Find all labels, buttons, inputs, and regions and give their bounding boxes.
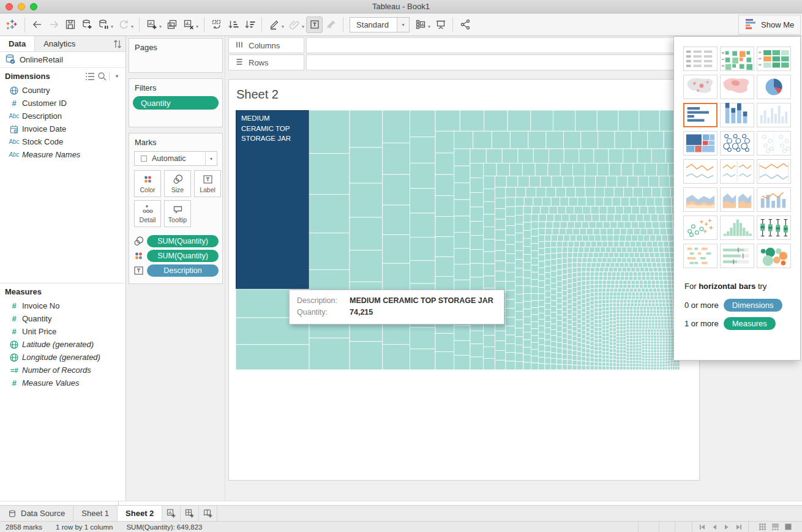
show-me-area-discrete[interactable] [720,187,754,212]
show-me-gantt[interactable] [683,244,718,268]
dimension-measure-names[interactable]: AbcMeasure Names [0,148,126,161]
tab-sheet-1[interactable]: Sheet 1 [73,506,118,521]
filter-pill-quantity[interactable]: Quantity [133,96,219,110]
chevron-down-icon[interactable]: ▾ [302,24,304,29]
back-button[interactable] [29,17,45,33]
marks-pill-sum-quantity-[interactable]: SUM(Quantity) [147,250,219,262]
forward-button[interactable] [45,17,62,33]
show-me-treemap[interactable] [683,131,718,155]
measure-invoice-no[interactable]: #Invoice No [0,299,126,312]
mark-labels-button[interactable] [306,17,323,33]
dimension-stock-code[interactable]: AbcStock Code [0,135,126,148]
show-me-symbol-map[interactable] [683,75,718,99]
show-me-side-by-side-bars[interactable] [757,103,791,127]
go-next-button[interactable] [722,523,731,531]
presentation-button[interactable] [432,17,449,33]
measure-measure-values[interactable]: #Measure Values [0,377,126,389]
label-button[interactable]: Label [194,170,221,197]
new-worksheet-button[interactable] [143,17,160,33]
measure-latitude-generated-[interactable]: Latitude (generated) [0,338,126,351]
search-icon[interactable] [96,70,108,81]
show-me-scatter-plot[interactable] [683,215,718,240]
chevron-down-icon[interactable]: ▾ [205,152,217,165]
filmstrip-view-button[interactable] [771,522,780,531]
pages-card[interactable]: Pages [129,38,223,73]
fit-mode-select[interactable]: Standard▾ [350,17,410,32]
show-me-circle-views[interactable] [720,131,754,155]
measure-longitude-generated-[interactable]: Longitude (generated) [0,351,126,364]
show-me-side-by-side-circles[interactable] [757,131,791,155]
sort-asc-button[interactable] [225,17,241,33]
show-me-heat-map[interactable] [720,47,754,71]
sheet-sorter-button[interactable] [758,522,767,531]
show-me-stacked-bars[interactable] [720,103,754,127]
show-me-highlight-table[interactable] [757,47,791,71]
measure-quantity[interactable]: #Quantity [0,312,126,325]
color-button[interactable]: Color [134,170,161,197]
swap-button[interactable] [208,17,225,33]
show-me-histogram[interactable] [720,215,754,240]
chevron-down-icon[interactable]: ▾ [196,24,198,29]
show-me-horizontal-bars[interactable] [683,103,718,127]
datasource-item[interactable]: OnlineRetail [0,52,126,68]
detail-button[interactable]: Detail [134,200,161,227]
new-dashboard-button[interactable] [181,506,199,521]
show-me-lines-discrete[interactable] [720,159,754,184]
refresh-button[interactable] [115,17,132,33]
horizontal-scrollbar[interactable] [0,501,802,505]
duplicate-button[interactable] [163,17,180,33]
marks-pill-description[interactable]: Description [147,264,219,277]
dimension-description[interactable]: AbcDescription [0,110,126,122]
pane-menu-caret-icon[interactable]: ▾ [111,73,123,79]
show-me-text-table[interactable] [683,47,718,71]
show-me-dual-lines[interactable] [757,159,791,184]
chevron-down-icon[interactable]: ▾ [428,24,430,29]
highlight-pen-button[interactable] [266,17,282,33]
show-me-dual-combination[interactable] [757,187,791,212]
tabs-view-button[interactable] [784,522,793,531]
new-story-button[interactable] [199,506,217,521]
sort-desc-button[interactable] [241,17,258,33]
go-first-button[interactable] [698,523,706,531]
pane-swap-icon[interactable] [110,36,126,51]
show-me-bullet-graph[interactable] [720,244,754,268]
tab-data[interactable]: Data [0,36,35,51]
paperclip-button[interactable] [286,17,302,33]
show-me-filled-map[interactable] [720,75,754,99]
measure-number-of-records[interactable]: =#Number of Records [0,364,126,377]
tab-sheet-2[interactable]: Sheet 2 [118,506,162,521]
pin-button[interactable] [323,17,339,33]
clear-sheet-button[interactable] [180,17,197,33]
go-last-button[interactable] [735,523,743,531]
chevron-down-icon[interactable]: ▾ [282,24,284,29]
measure-unit-price[interactable]: #Unit Price [0,325,126,338]
show-me-box-and-whisker[interactable] [757,215,791,240]
treemap[interactable]: MEDIUMCERAMIC TOPSTORAGE JAR [236,110,680,370]
cards-toggle-button[interactable] [412,17,429,33]
chevron-down-icon[interactable]: ▾ [111,24,113,29]
view-as-list-icon[interactable] [83,70,96,81]
chevron-down-icon[interactable]: ▾ [397,18,409,32]
tab-data-source[interactable]: Data Source [0,506,73,521]
chevron-down-icon[interactable]: ▾ [131,24,133,29]
datasource-pause-button[interactable] [95,17,111,33]
dimension-invoice-date[interactable]: Invoice Date [0,122,126,135]
show-me-lines-continuous[interactable] [683,159,718,184]
show-me-packed-bubbles[interactable] [757,244,791,268]
filters-card[interactable]: Filters Quantity [129,78,223,127]
share-button[interactable] [457,17,473,33]
size-button[interactable]: Size [164,170,191,197]
show-me-pie-chart[interactable] [757,75,791,99]
datasource-add-button[interactable] [78,17,95,33]
show-me-area-continuous[interactable] [683,187,718,212]
show-me-button[interactable]: Show Me [738,15,801,35]
save-button[interactable] [62,17,78,33]
dimension-customer-id[interactable]: #Customer ID [0,97,126,110]
new-worksheet-button[interactable] [162,506,181,521]
tooltip-button[interactable]: Tooltip [164,200,191,227]
go-previous-button[interactable] [710,523,719,531]
marks-pill-sum-quantity-[interactable]: SUM(Quantity) [147,235,219,247]
chevron-down-icon[interactable]: ▾ [159,24,162,29]
tab-analytics[interactable]: Analytics [35,36,84,51]
mark-type-select[interactable]: Automatic ▾ [134,151,217,166]
